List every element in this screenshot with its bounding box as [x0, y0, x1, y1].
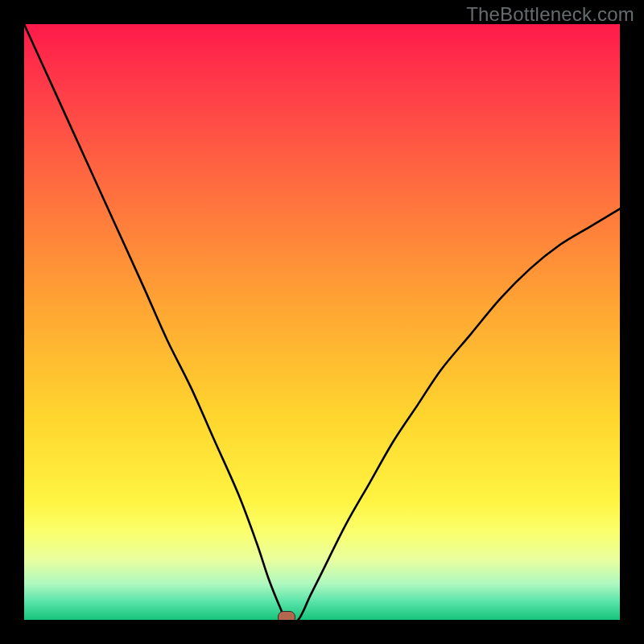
optimal-marker — [278, 611, 295, 620]
chart-frame: TheBottleneck.com — [0, 0, 644, 644]
plot-area — [24, 24, 620, 620]
watermark-label: TheBottleneck.com — [466, 3, 634, 26]
curve-path — [24, 24, 620, 620]
bottleneck-curve — [24, 24, 620, 620]
